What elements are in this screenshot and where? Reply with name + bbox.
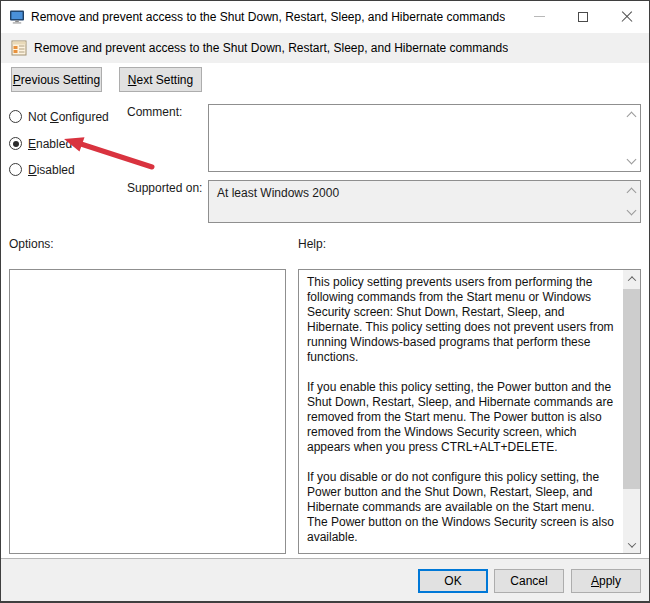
help-paragraph: If you disable or do not configure this … xyxy=(307,470,617,545)
radio-disabled[interactable]: Disabled xyxy=(9,162,75,177)
radio-label: Enabled xyxy=(28,137,72,151)
scroll-up-icon[interactable] xyxy=(627,188,637,198)
maximize-button[interactable] xyxy=(561,1,605,32)
supported-on-value: At least Windows 2000 xyxy=(217,186,339,200)
scroll-down-button[interactable] xyxy=(623,536,640,553)
supported-on-label: Supported on: xyxy=(127,181,202,195)
previous-setting-button[interactable]: Previous Setting xyxy=(11,67,102,92)
options-label: Options: xyxy=(9,237,54,251)
maximize-icon xyxy=(578,12,588,22)
radio-circle xyxy=(9,137,22,150)
minimize-button[interactable] xyxy=(517,1,561,32)
comment-label: Comment: xyxy=(127,105,182,119)
radio-enabled[interactable]: Enabled xyxy=(9,136,72,151)
scroll-up-button[interactable] xyxy=(623,270,640,287)
help-label: Help: xyxy=(298,237,326,251)
help-text: This policy setting prevents users from … xyxy=(299,270,623,553)
apply-button[interactable]: Apply xyxy=(571,569,641,593)
scrollbar-thumb[interactable] xyxy=(623,289,640,489)
help-paragraph: If you enable this policy setting, the P… xyxy=(307,380,617,455)
policy-settings-icon xyxy=(11,40,27,56)
close-icon xyxy=(621,11,633,23)
close-button[interactable] xyxy=(605,1,649,32)
radio-label: Not Configured xyxy=(28,110,109,124)
options-pane xyxy=(9,269,286,554)
dialog-footer: OK Cancel Apply xyxy=(1,558,649,601)
window-title: Remove and prevent access to the Shut Do… xyxy=(31,10,505,24)
window-controls xyxy=(517,1,649,32)
radio-label: Disabled xyxy=(28,163,75,177)
scroll-down-icon[interactable] xyxy=(627,155,637,165)
scroll-up-icon xyxy=(627,276,635,284)
supported-on-field: At least Windows 2000 xyxy=(208,180,641,223)
help-pane: This policy setting prevents users from … xyxy=(298,269,641,554)
policy-header: Remove and prevent access to the Shut Do… xyxy=(1,33,649,63)
cancel-button[interactable]: Cancel xyxy=(494,569,564,593)
help-scrollbar[interactable] xyxy=(623,270,640,553)
radio-not-configured[interactable]: Not Configured xyxy=(9,109,109,124)
monitor-icon xyxy=(9,9,25,25)
title-bar[interactable]: Remove and prevent access to the Shut Do… xyxy=(1,1,649,32)
radio-circle xyxy=(9,110,22,123)
scroll-down-icon[interactable] xyxy=(627,206,637,216)
comment-input[interactable] xyxy=(213,107,622,169)
minimize-icon xyxy=(534,16,545,17)
comment-input-container xyxy=(208,104,641,172)
radio-circle xyxy=(9,163,22,176)
ok-button[interactable]: OK xyxy=(418,569,488,593)
scroll-down-icon xyxy=(627,539,635,547)
policy-name: Remove and prevent access to the Shut Do… xyxy=(34,41,508,55)
help-paragraph: This policy setting prevents users from … xyxy=(307,275,617,365)
policy-setting-dialog: Remove and prevent access to the Shut Do… xyxy=(0,0,650,603)
scroll-up-icon[interactable] xyxy=(627,112,637,122)
next-setting-button[interactable]: Next Setting xyxy=(119,67,202,92)
